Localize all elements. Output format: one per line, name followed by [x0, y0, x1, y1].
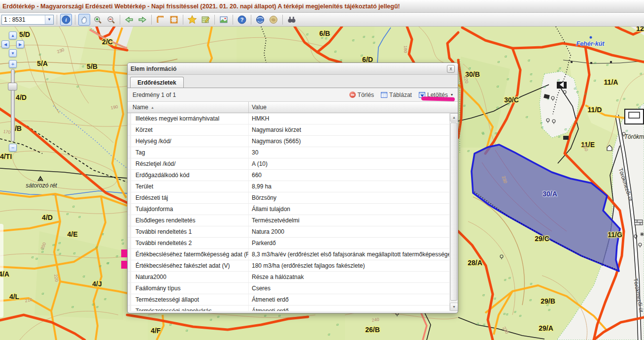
globe-icon — [256, 15, 265, 24]
svg-text:α: α — [328, 332, 330, 337]
svg-text:α: α — [497, 60, 500, 64]
zoom-out-map-button[interactable]: − — [9, 144, 17, 152]
svg-text:α: α — [46, 77, 49, 81]
table-row[interactable]: Természetességi állapotÁtmeneti erdő — [128, 294, 449, 306]
table-row[interactable]: TulajdonformaÁllami tulajdon — [128, 204, 449, 215]
svg-text:α: α — [463, 103, 466, 108]
table-row[interactable]: Részletjel /kód/A (10) — [128, 158, 449, 170]
row-name: Természetességi alapelvárás — [131, 306, 249, 311]
dialog-header[interactable]: Elem információ x — [128, 63, 458, 75]
help-button[interactable]: ? — [236, 14, 248, 26]
table-view-button[interactable]: Táblázat — [381, 92, 412, 98]
scroll-down-icon[interactable]: ▼ — [450, 303, 458, 311]
svg-text:α: α — [594, 78, 596, 83]
scroll-thumb[interactable] — [450, 123, 457, 301]
zoom-slider-handle[interactable] — [8, 83, 17, 91]
toolbar-separator — [233, 15, 233, 25]
toolbar-separator — [151, 15, 152, 25]
delete-button[interactable]: Törlés — [349, 92, 374, 98]
search-button[interactable] — [286, 14, 298, 26]
table-row[interactable]: Természetességi alapelvárásÁtmeneti erdő — [128, 306, 449, 311]
svg-text:α: α — [508, 102, 510, 106]
toolbar-separator — [251, 15, 251, 25]
row-value: Natura 2000 — [249, 226, 449, 237]
table-row[interactable]: KörzetNagymarosi körzet — [128, 124, 449, 136]
svg-text:α: α — [372, 34, 374, 39]
svg-text:α: α — [96, 305, 99, 309]
svg-text:α: α — [210, 317, 212, 322]
table-row[interactable]: Illetékes megyei kormányhivatalHMKH — [128, 113, 449, 124]
table-row[interactable]: Értékbecsléséhez fakészlet adat (V)180 m… — [128, 260, 449, 272]
scale-select[interactable]: 1 : 8531 ▼ — [1, 15, 54, 25]
toolbar-separator — [183, 15, 183, 25]
image-export-button[interactable] — [218, 14, 230, 26]
svg-text:α: α — [334, 49, 337, 54]
close-icon[interactable]: x — [447, 65, 455, 73]
svg-text:α: α — [557, 68, 559, 73]
column-header-name[interactable]: Name ▲ — [128, 102, 249, 113]
svg-text:?: ? — [240, 17, 244, 23]
svg-text:α: α — [514, 309, 516, 314]
identify-info-button[interactable]: i — [60, 14, 72, 26]
table-row[interactable]: Erdészeti tájBörzsöny — [128, 192, 449, 204]
help-icon: ? — [237, 15, 246, 24]
map-edit-button[interactable] — [200, 14, 211, 26]
column-header-value[interactable]: Value — [249, 102, 458, 113]
table-row[interactable]: Tag30 — [128, 147, 449, 158]
table-scrollbar[interactable]: ▲ ▼ — [449, 113, 458, 311]
tab-erdoreszletek[interactable]: Erdőrészletek — [130, 77, 184, 88]
row-name: Értékbecsléséhez fatermőképesség adat (F… — [131, 249, 249, 260]
next-extent-button[interactable] — [136, 14, 148, 26]
svg-text:α: α — [264, 313, 267, 318]
scale-value: 1 : 8531 — [2, 16, 45, 23]
pan-up-button[interactable]: ▲ — [9, 31, 17, 39]
svg-text:α: α — [503, 311, 506, 316]
row-value: Parkerdő — [249, 238, 449, 248]
page-title: Erdőtérkép - Magyarországi Erdészeti Web… — [2, 3, 400, 10]
measure-area-button[interactable] — [168, 14, 180, 26]
svg-text:α: α — [73, 251, 76, 255]
svg-text:α: α — [506, 312, 508, 316]
pan-down-button[interactable]: ▼ — [9, 49, 17, 57]
row-strip — [128, 147, 131, 158]
table-header: Name ▲ Value — [128, 102, 458, 113]
area-ruler-icon — [169, 15, 178, 24]
table-row[interactable]: Terület8,99 ha — [128, 181, 449, 192]
zoom-out-button[interactable] — [105, 14, 117, 26]
row-value: 180 m3/ha (erdőrészlet fajlagos fakészle… — [249, 260, 449, 271]
table-row[interactable]: Értékbecsléséhez fatermőképesség adat (F… — [128, 249, 449, 260]
scale-dropdown-arrow[interactable]: ▼ — [45, 15, 53, 24]
svg-text:α: α — [543, 85, 546, 89]
row-name: Terület — [131, 181, 249, 192]
table-row[interactable]: Erdőgazdálkodó kód660 — [128, 170, 449, 181]
svg-text:α: α — [76, 84, 79, 89]
table-row[interactable]: Natura2000Része a hálózatnak — [128, 272, 449, 283]
table-row[interactable]: További rendeltetés 1Natura 2000 — [128, 226, 449, 238]
pan-button[interactable] — [78, 14, 90, 26]
table-row[interactable]: Helység /kód/Nagymaros (5665) — [128, 136, 449, 147]
download-caret-icon: ▾ — [451, 93, 453, 97]
svg-text:α: α — [530, 281, 533, 286]
svg-text:α: α — [528, 58, 530, 62]
svg-text:α: α — [66, 212, 68, 216]
svg-text:α: α — [530, 79, 532, 83]
globe-button[interactable] — [254, 14, 266, 26]
scroll-up-icon[interactable]: ▲ — [450, 113, 458, 122]
measure-length-button[interactable] — [155, 14, 167, 26]
bookmarks-button[interactable] — [186, 14, 198, 26]
svg-text:α: α — [86, 63, 88, 67]
row-strip — [128, 215, 131, 226]
basemap-button[interactable] — [268, 14, 279, 26]
zoom-in-map-button[interactable]: + — [9, 60, 17, 68]
zoom-in-button[interactable] — [92, 14, 103, 26]
row-strip — [128, 158, 131, 169]
pan-right-button[interactable]: ▶ — [16, 40, 24, 48]
zoom-slider-track[interactable] — [11, 69, 15, 142]
table-row[interactable]: Faállomány típusCseres — [128, 283, 449, 294]
pan-left-button[interactable]: ◀ — [1, 40, 9, 48]
table-row[interactable]: Elsődleges rendeltetésTermészetvédelmi — [128, 215, 449, 226]
map-edit-icon — [201, 15, 210, 24]
table-row[interactable]: További rendeltetés 2Parkerdő — [128, 238, 449, 249]
previous-extent-button[interactable] — [123, 14, 135, 26]
left-edge-scroll-strip[interactable] — [0, 224, 3, 317]
